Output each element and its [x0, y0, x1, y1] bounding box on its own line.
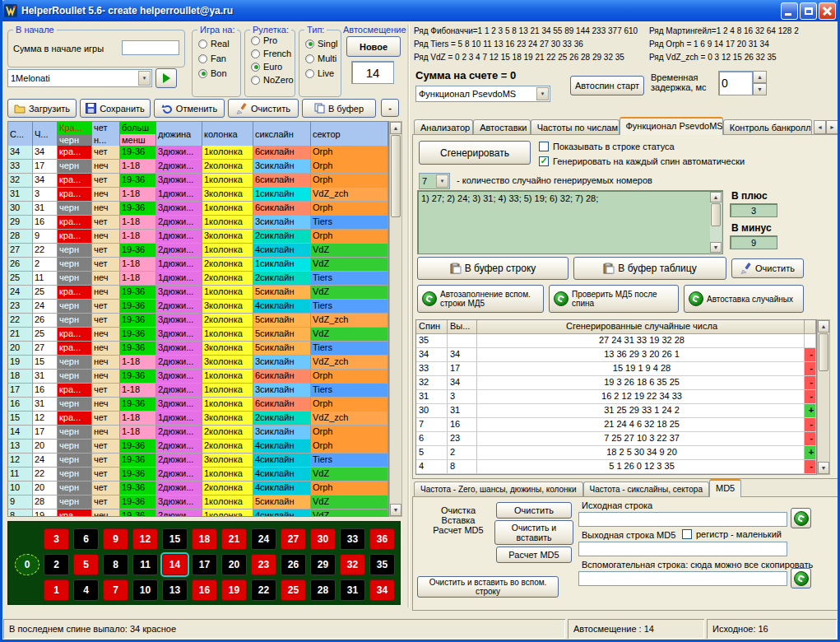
generated-col-out[interactable]: Вы... — [448, 320, 477, 334]
board-number[interactable]: 6 — [73, 528, 99, 550]
board-number[interactable]: 3 — [44, 528, 69, 550]
buffer-row-button[interactable]: В буфер строку — [417, 257, 569, 280]
generated-numbers-textarea[interactable]: 1) 27; 2) 24; 3) 31; 4) 33; 5) 19; 6) 32… — [417, 190, 723, 254]
radio-pro[interactable]: Pro — [251, 35, 277, 45]
generated-row[interactable]: 6237 25 27 10 3 22 37- — [416, 432, 816, 446]
history-col-header[interactable]: С... — [8, 122, 33, 146]
textarea-scrollbar[interactable]: ▲ ▼ — [710, 192, 722, 253]
history-row[interactable]: 313кра...неч1-181дюжи...3колонка1сиклайн… — [8, 188, 388, 202]
tab-analyzer[interactable]: Анализатор — [414, 119, 473, 135]
preset-combo[interactable]: 1Melonati ▼ — [7, 69, 152, 87]
generated-row[interactable]: 3527 24 31 33 19 32 28 — [416, 334, 816, 348]
save-button[interactable]: Сохранить — [80, 99, 151, 118]
board-number[interactable]: 24 — [251, 528, 276, 550]
board-number[interactable]: 22 — [251, 579, 276, 601]
delay-spinner[interactable]: ▲ ▼ — [753, 71, 767, 95]
checkbox-lowercase[interactable]: регистр - маленький — [682, 529, 782, 539]
history-row[interactable]: 1417черннеч1-182дюжи...2колонка3сиклайнO… — [8, 426, 388, 440]
tabs-scroll-right-icon[interactable]: ► — [826, 120, 838, 134]
board-number[interactable]: 13 — [162, 579, 188, 601]
board-number[interactable]: 35 — [369, 554, 395, 575]
board-number[interactable]: 15 — [162, 528, 188, 550]
board-number[interactable]: 1 — [44, 579, 69, 601]
buffer-button[interactable]: В буфер — [302, 99, 376, 118]
history-row[interactable]: 3234кра...чет19-363дюжи...1колонка6сикла… — [8, 174, 388, 188]
history-col-header[interactable]: большменш — [120, 122, 156, 146]
history-col-header[interactable]: сектор — [311, 122, 388, 146]
md5-source-input[interactable] — [578, 512, 787, 527]
history-row[interactable]: 2722чернчет19-362дюжи...1колонка4сиклайн… — [8, 244, 388, 258]
chevron-down-icon[interactable]: ▼ — [436, 174, 448, 188]
board-number[interactable]: 30 — [310, 528, 336, 550]
board-number[interactable]: 14 — [162, 554, 188, 575]
scroll-down-icon[interactable]: ▼ — [710, 242, 722, 253]
history-row[interactable]: 819кра...неч19-362дюжи...1колонка4сиклай… — [8, 509, 388, 517]
generated-row[interactable]: 323419 3 26 18 6 35 25- — [416, 376, 816, 390]
board-number[interactable]: 20 — [221, 554, 247, 575]
scroll-up-icon[interactable]: ▲ — [390, 122, 401, 134]
start-sum-input[interactable] — [122, 40, 179, 55]
md5-clear-button[interactable]: Очистить — [496, 502, 572, 519]
generated-col-numbers[interactable]: Сгенерированные случайные числа — [477, 320, 805, 334]
history-row[interactable]: 2226чернчет19-363дюжи...2колонка5сиклайн… — [8, 314, 388, 328]
md5-source-refresh-button[interactable] — [791, 508, 811, 528]
board-number[interactable]: 29 — [310, 554, 336, 575]
chevron-down-icon[interactable]: ▼ — [536, 87, 549, 100]
radio-euro[interactable]: Euro — [251, 62, 282, 72]
board-number[interactable]: 8 — [103, 554, 128, 575]
md5-clear-paste-aux-button[interactable]: Очистить и вставить во вспом. строку — [417, 576, 559, 598]
chevron-down-icon[interactable]: ▼ — [138, 71, 151, 86]
board-number[interactable]: 4 — [73, 579, 99, 601]
delay-value[interactable]: 0 — [718, 71, 753, 95]
functional-combo[interactable]: Функционал PsevdoMS ▼ — [415, 86, 550, 102]
board-number[interactable]: 12 — [132, 528, 158, 550]
history-row[interactable]: 928чернчет19-363дюжи...1колонка5сиклайнV… — [8, 495, 388, 509]
maximize-button[interactable] — [800, 2, 817, 20]
clear-button[interactable]: Очистить — [228, 99, 299, 118]
radio-live[interactable]: Live — [305, 68, 334, 78]
scroll-up-icon[interactable]: ▲ — [818, 320, 829, 333]
radio-fan[interactable]: Fan — [198, 54, 226, 63]
generated-row[interactable]: 71621 24 4 6 32 18 25- — [416, 418, 816, 432]
generated-row[interactable]: 343413 36 29 3 20 26 1- — [416, 348, 816, 362]
tab-functional-psevdoms[interactable]: Функционал PsevdoMS — [620, 117, 723, 135]
buffer-table-button[interactable]: В буфер таблицу — [573, 257, 726, 280]
generate-button[interactable]: Сгенерировать — [419, 141, 531, 165]
load-button[interactable]: Загрузить — [7, 99, 77, 118]
clear-generated-button[interactable]: Очистить — [731, 258, 804, 278]
check-md5-button[interactable]: Проверить МД5 после спина — [549, 285, 679, 313]
scrollbar-thumb[interactable] — [391, 135, 401, 217]
history-row[interactable]: 1716кра...чет1-182дюжи...1колонка3сиклай… — [8, 384, 388, 398]
history-col-header[interactable]: сикслайн — [253, 122, 311, 146]
tab-autobets[interactable]: Автоставки — [473, 119, 531, 135]
board-number[interactable]: 11 — [132, 554, 158, 575]
history-row[interactable]: 1915черннеч1-182дюжи...3колонка3сиклайнV… — [8, 356, 388, 370]
autofill-md5-button[interactable]: Автозаполнение вспом. строки МД5 — [417, 285, 544, 313]
tab-frequencies[interactable]: Частоты по числам — [531, 119, 620, 135]
history-row[interactable]: 1320чернчет19-362дюжи...2колонка4сиклайн… — [8, 440, 388, 454]
board-number[interactable]: 2 — [44, 554, 69, 575]
generated-row[interactable]: 303131 25 29 33 1 24 2+ — [416, 404, 816, 418]
tab-md5[interactable]: MD5 — [709, 479, 741, 497]
board-number[interactable]: 27 — [281, 528, 306, 550]
minus-button[interactable]: - — [381, 99, 399, 117]
scroll-down-icon[interactable]: ▼ — [818, 462, 829, 474]
board-number[interactable]: 25 — [281, 579, 306, 601]
count-combo[interactable]: 7 ▼ — [419, 173, 450, 189]
generated-row[interactable]: 31316 2 12 19 22 34 33- — [416, 390, 816, 404]
radio-real[interactable]: Real — [198, 39, 230, 49]
scroll-down-icon[interactable]: ▼ — [390, 504, 401, 516]
history-row[interactable]: 262чернчет1-181дюжи...2колонка1сиклайнVd… — [8, 258, 388, 272]
history-row[interactable]: 1631черннеч19-363дюжи...1колонка6сиклайн… — [8, 398, 388, 412]
board-number[interactable]: 17 — [192, 554, 217, 575]
minimize-button[interactable] — [781, 2, 798, 20]
history-row[interactable]: 1020чернчет19-362дюжи...2колонка4сиклайн… — [8, 482, 388, 495]
board-number[interactable]: 36 — [369, 528, 395, 550]
history-col-header[interactable]: дюжина — [156, 122, 202, 146]
history-row[interactable]: 1512кра...чет1-181дюжи...3колонка2сиклай… — [8, 412, 388, 426]
preset-play-button[interactable] — [155, 68, 177, 88]
md5-output-input[interactable] — [578, 542, 787, 556]
board-number[interactable]: 10 — [132, 579, 158, 601]
checkbox-auto-generate[interactable]: Генерировать на каждый спин автоматическ… — [539, 156, 745, 166]
board-number[interactable]: 7 — [103, 579, 128, 601]
